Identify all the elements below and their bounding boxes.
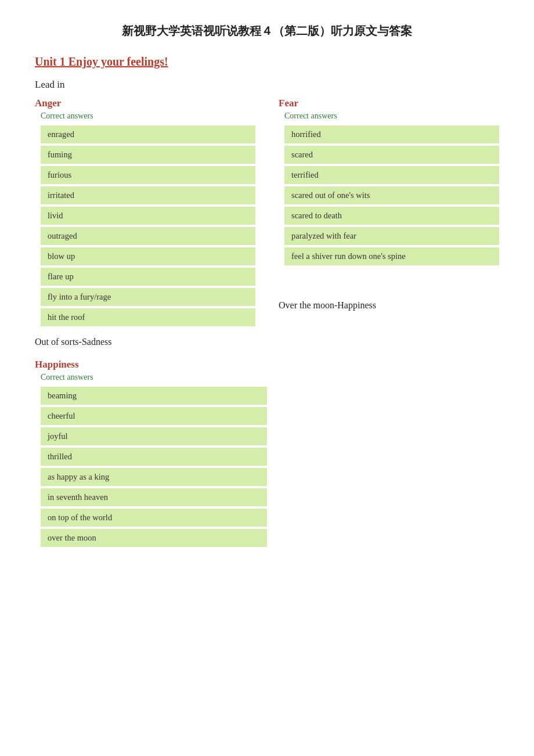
- list-item: scared out of one's wits: [284, 186, 499, 204]
- anger-correct-answers-label: Correct answers: [41, 111, 255, 121]
- list-item: blow up: [41, 247, 255, 265]
- list-item: feel a shiver run down one's spine: [284, 247, 499, 265]
- fear-section: Fear Correct answers horrified scared te…: [279, 98, 499, 326]
- list-item: irritated: [41, 186, 255, 204]
- list-item: enraged: [41, 125, 255, 143]
- list-item: furious: [41, 166, 255, 184]
- list-item: scared: [284, 146, 499, 164]
- list-item: flare up: [41, 268, 255, 286]
- fear-answer-list: horrified scared terrified scared out of…: [284, 125, 499, 265]
- list-item: hit the roof: [41, 308, 255, 326]
- list-item: as happy as a king: [41, 468, 267, 486]
- out-of-sorts-label: Out of sorts-Sadness: [35, 337, 499, 347]
- happiness-correct-answers-label: Correct answers: [41, 373, 499, 382]
- list-item: joyful: [41, 427, 267, 445]
- list-item: cheerful: [41, 407, 267, 425]
- happiness-section: Happiness Correct answers beaming cheerf…: [35, 359, 499, 547]
- list-item: in seventh heaven: [41, 488, 267, 506]
- anger-heading: Anger: [35, 98, 255, 109]
- list-item: terrified: [284, 166, 499, 184]
- list-item: fly into a fury/rage: [41, 288, 255, 306]
- list-item: over the moon: [41, 529, 267, 547]
- list-item: thrilled: [41, 448, 267, 466]
- page-title: 新视野大学英语视听说教程４（第二版）听力原文与答案: [35, 23, 499, 39]
- fear-correct-answers-label: Correct answers: [284, 111, 499, 121]
- fear-heading: Fear: [279, 98, 499, 109]
- list-item: outraged: [41, 227, 255, 245]
- happiness-heading: Happiness: [35, 359, 499, 370]
- unit-title: Unit 1 Enjoy your feelings!: [35, 55, 499, 69]
- list-item: horrified: [284, 125, 499, 143]
- list-item: on top of the world: [41, 509, 267, 527]
- list-item: paralyzed with fear: [284, 227, 499, 245]
- lead-in-label: Lead in: [35, 79, 499, 91]
- happiness-answer-list: beaming cheerful joyful thrilled as happ…: [41, 387, 267, 547]
- list-item: livid: [41, 207, 255, 225]
- anger-section: Anger Correct answers enraged fuming fur…: [35, 98, 255, 326]
- anger-answer-list: enraged fuming furious irritated livid o…: [41, 125, 255, 326]
- list-item: beaming: [41, 387, 267, 405]
- list-item: fuming: [41, 146, 255, 164]
- over-moon-label: Over the moon-Happiness: [279, 300, 499, 311]
- list-item: scared to death: [284, 207, 499, 225]
